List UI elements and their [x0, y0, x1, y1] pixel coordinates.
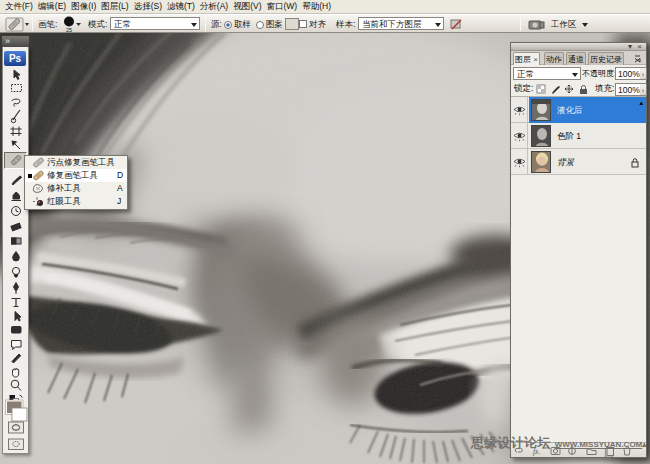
svg-text:25: 25 — [66, 27, 72, 33]
